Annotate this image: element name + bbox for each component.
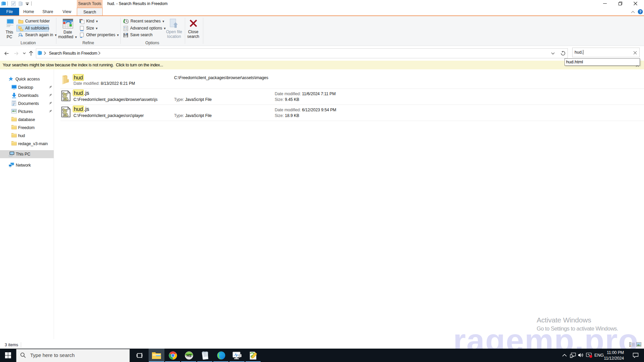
svg-text:?: ? <box>639 10 642 14</box>
svg-text:HS: HS <box>186 354 192 358</box>
